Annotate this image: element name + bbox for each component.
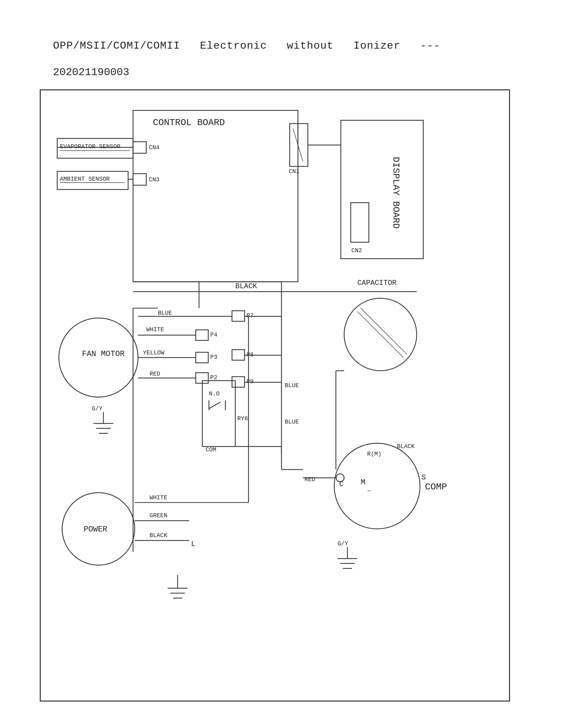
separator-label: ---	[420, 40, 441, 52]
cn3-connector	[133, 174, 146, 185]
power-label: POWER	[83, 525, 107, 534]
svg-line-8	[357, 311, 403, 357]
cn4-label: CN4	[149, 144, 160, 151]
header: OPP/MSII/COMI/COMII Electronic without I…	[53, 40, 440, 52]
cn2-label: CN2	[352, 247, 362, 254]
p8-connector	[232, 350, 245, 360]
com-label: COM	[206, 446, 216, 453]
rm-terminal: R(M)	[367, 451, 382, 457]
display-board-title: DISPLAY BOARD	[391, 157, 401, 229]
wiring-diagram-svg: text { font-family: 'Courier New', Couri…	[41, 90, 509, 701]
cn1-connector-box	[290, 123, 308, 166]
feature-label: Ionizer	[353, 40, 400, 52]
blue-wire-label: BLUE	[158, 310, 172, 316]
black-wire-top-label: BLACK	[235, 282, 258, 291]
gy-comp-label: G/Y	[338, 540, 348, 547]
blue-wire-right2-label: BLUE	[285, 419, 299, 425]
ambient-sensor-label: AMBIENT SENSOR	[60, 176, 110, 182]
black-wire-power-label: BLACK	[150, 532, 167, 539]
p7-connector	[232, 311, 245, 321]
gy-fan-label: G/Y	[92, 405, 102, 412]
cn4-connector	[133, 142, 146, 153]
evaporator-sensor-label: EVAPORATOR SENSOR	[60, 143, 120, 150]
red-wire-comp-label: RED	[305, 476, 315, 483]
p3-label: P3	[210, 354, 217, 360]
p7-label: P7	[246, 312, 254, 319]
no-label: N.O	[209, 390, 219, 397]
modifier-label: without	[287, 40, 334, 52]
p8-label: P8	[246, 351, 254, 358]
cn2-connector-box	[351, 203, 369, 242]
blue-wire-right-label: BLUE	[285, 382, 299, 389]
control-board-title: CONTROL BOARD	[153, 117, 225, 128]
green-wire-label: GREEN	[150, 512, 167, 519]
product-code: OPP/MSII/COMI/COMII	[53, 40, 180, 52]
white-wire-label: WHITE	[146, 326, 164, 333]
display-board-box	[341, 120, 423, 259]
comp-label: COMP	[425, 482, 447, 492]
type-label: Electronic	[200, 40, 267, 52]
red-wire-label-fan: RED	[150, 371, 160, 377]
p4-connector	[196, 330, 208, 341]
p9-label: P9	[246, 378, 254, 385]
p4-label: P4	[210, 332, 217, 338]
cn3-label: CN3	[149, 176, 160, 183]
svg-line-22	[209, 402, 220, 409]
control-board-box	[133, 111, 298, 282]
cn1-label: CN1	[289, 168, 300, 175]
fan-motor-label: FAN MOTOR	[82, 349, 124, 358]
white-wire-power-label: WHITE	[150, 494, 167, 501]
s-terminal: S	[422, 474, 426, 482]
motor-m-label: M	[361, 478, 365, 487]
p9-connector	[232, 377, 245, 387]
capacitor-label: CAPACITOR	[357, 279, 397, 287]
yellow-wire-label: YELLOW	[143, 349, 164, 356]
p2-label: P2	[210, 374, 217, 381]
l-terminal: L	[191, 540, 195, 548]
svg-line-9	[361, 308, 407, 354]
ry6-label: RY6	[237, 415, 248, 422]
document-number: 202021190003	[53, 66, 129, 78]
motor-ac-symbol: ~	[367, 488, 371, 494]
page: OPP/MSII/COMI/COMII Electronic without I…	[0, 0, 563, 728]
p3-connector	[196, 352, 208, 363]
black-wire-comp-label: BLACK	[397, 443, 415, 450]
wiring-diagram: text { font-family: 'Courier New', Couri…	[40, 89, 510, 702]
